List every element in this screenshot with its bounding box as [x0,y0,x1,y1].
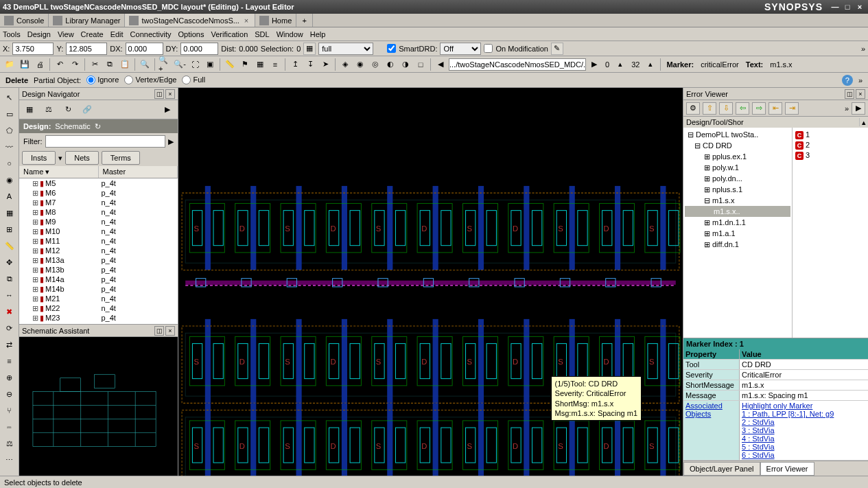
path-prev-icon[interactable]: ◀ [434,58,447,71]
path-next-icon[interactable]: ▶ [587,58,601,71]
overflow-icon[interactable]: » [861,45,865,53]
col-master[interactable]: Master [99,166,178,178]
tab-error-viewer[interactable]: Error Viewer [760,462,814,476]
vtool-via-icon[interactable]: ⊞ [3,222,16,236]
tool-d-icon[interactable]: ◐ [384,58,397,71]
assoc-link[interactable]: Highlight only Marker [742,402,866,410]
error-tree[interactable]: ⊟DemoPLL twoSta.. ⊟CD DRD ⊞pplus.ex.1 ⊞p… [683,128,793,338]
dx-input[interactable] [126,43,163,55]
menu-sdl[interactable]: SDL [255,30,269,38]
instance-row[interactable]: ⊞▮ M23p_4t [19,313,178,323]
help-icon[interactable]: ? [842,75,853,86]
err-go-icon[interactable]: ▶ [852,102,865,115]
vtool-copy-icon[interactable]: ⧉ [3,272,16,286]
zoomsel-icon[interactable]: ▣ [203,58,217,71]
spin2-up-icon[interactable]: ▴ [644,58,657,71]
maximize-button[interactable]: □ [842,2,853,12]
err-next-icon[interactable]: ⇨ [752,102,766,115]
tab-home[interactable]: Home [255,14,296,27]
error-item[interactable]: ⊞poly.dn... [685,173,790,184]
search-icon[interactable]: 🔍 [138,58,152,71]
menu-edit[interactable]: Edit [110,30,124,38]
instance-row[interactable]: ⊞▮ M14bp_4t [19,284,178,294]
pick-icon[interactable]: ➤ [318,58,332,71]
err-down-icon[interactable]: ⇩ [719,102,733,115]
radio-vertex-edge[interactable]: Vertex/Edge [124,75,176,85]
instance-row[interactable]: ⊞▮ M10n_4t [19,226,178,236]
menu-options[interactable]: Options [178,30,204,38]
ruler-icon[interactable]: 📏 [223,58,237,71]
menu-verification[interactable]: Verification [211,30,248,38]
filter-input[interactable] [45,135,166,148]
vtool-rotate-icon[interactable]: ⟳ [3,321,16,335]
tab-add-button[interactable]: + [296,14,313,27]
vtool-split-icon[interactable]: ⑂ [3,404,16,417]
vtool-path-icon[interactable]: 〰 [3,140,16,154]
tool-e-icon[interactable]: ◑ [399,58,412,71]
wand-icon[interactable]: ✎ [551,43,563,55]
instance-row[interactable]: ⊞▮ M8n_4t [19,207,178,217]
err-dock-icon[interactable]: ◫ [845,89,854,99]
vtool-flip-icon[interactable]: ⇄ [3,338,16,351]
vtool-ruler-icon[interactable]: 📏 [3,239,16,253]
tool-c-icon[interactable]: ◎ [368,58,382,71]
vtool-bal-icon[interactable]: ⚖ [3,437,16,450]
schematic-canvas[interactable] [19,337,178,476]
smartdrd-select[interactable]: Off [440,43,481,55]
menu-connectivity[interactable]: Connectivity [130,30,172,38]
vtool-stretch-icon[interactable]: ↔ [3,288,16,302]
tab-layout[interactable]: twoStageNCascodeNmosS...× [125,14,255,27]
hier-down-icon[interactable]: ↧ [303,58,317,71]
y-input[interactable] [66,43,107,55]
selection-icon[interactable]: ▦ [303,43,316,55]
err-col-up-icon[interactable]: ▴ [860,118,868,127]
onmod-checkbox[interactable] [484,44,493,53]
err-filter-icon[interactable]: ⚙ [686,102,700,115]
err-first-icon[interactable]: ⇤ [769,102,782,115]
instance-row[interactable]: ⊞▮ M7n_4t [19,198,178,207]
assoc-link[interactable]: 6 : StdVia [742,451,866,459]
menu-design[interactable]: Design [27,30,51,38]
instance-row[interactable]: ⊞▮ M6p_4t [19,188,178,198]
layout-canvas[interactable]: SDSDSDSDSDSSDSDSDSDSDSSDSDSDSDSDS (1/5)T… [178,88,683,476]
assoc-objects-label[interactable]: Associated Objects [683,401,740,460]
nav-dock-icon[interactable]: ◫ [154,89,164,99]
err-last-icon[interactable]: ⇥ [785,102,799,115]
print-icon[interactable]: 🖨 [33,58,47,71]
error-item-selected[interactable]: m1.s.x.. [685,206,790,217]
close-button[interactable]: × [854,2,865,12]
vtool-circle-icon[interactable]: ○ [3,156,16,170]
redo-icon[interactable]: ↷ [68,58,82,71]
insts-dropdown-icon[interactable]: ▾ [58,154,62,163]
x-input[interactable] [12,43,54,55]
instance-row[interactable]: ⊞▮ M14ap_4t [19,275,178,284]
error-item[interactable]: ⊞nplus.s.1 [685,184,790,195]
vtool-move-icon[interactable]: ✥ [3,255,16,269]
zoomfit-icon[interactable]: ⛶ [188,58,202,71]
vtool-del-icon[interactable]: ✖ [3,305,16,318]
nav-close-icon[interactable]: × [165,89,175,99]
tool-f-icon[interactable]: □ [414,58,427,71]
instance-row[interactable]: ⊞▮ M21n_4t [19,294,178,303]
nav-go-icon[interactable]: ▶ [160,102,175,117]
nav-hier-icon[interactable]: ▦ [22,102,37,117]
assoc-link[interactable]: 5 : StdVia [742,443,866,451]
paste-icon[interactable]: 📋 [118,58,132,71]
error-tree-root[interactable]: ⊟DemoPLL twoSta.. [685,129,790,140]
cut-icon[interactable]: ✂ [88,58,102,71]
error-item[interactable]: ⊞diff.dn.1 [685,239,790,250]
sch-dock-icon[interactable]: ◫ [154,326,164,336]
vtool-align-icon[interactable]: ≡ [3,354,16,368]
tool-a-icon[interactable]: ◈ [338,58,352,71]
filter-go-icon[interactable]: ▶ [168,137,174,146]
insts-button[interactable]: Insts [22,151,56,165]
menu-help[interactable]: Help [310,30,326,38]
terms-button[interactable]: Terms [102,151,140,165]
vtool-poly-icon[interactable]: ⬠ [3,124,16,137]
instance-row[interactable]: ⊞▮ M5p_4t [19,178,178,188]
tab-library-manager[interactable]: Library Manager [49,14,125,27]
dy-input[interactable] [180,43,218,55]
menu-window[interactable]: Window [277,30,303,38]
vtool-chop-icon[interactable]: ⊖ [3,387,16,401]
error-item[interactable]: ⊞m1.a.1 [685,228,790,239]
